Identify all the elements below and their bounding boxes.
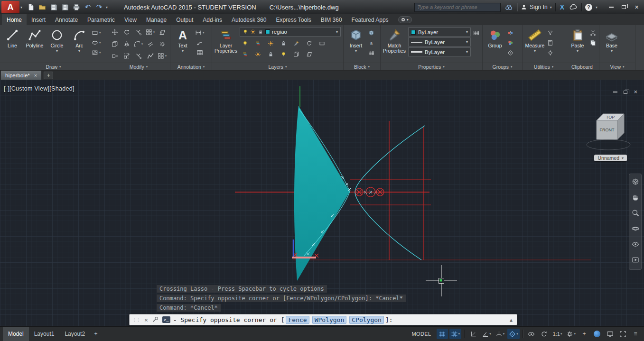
annotation-visibility-toggle[interactable] bbox=[526, 329, 537, 339]
edit-block-button[interactable] bbox=[367, 28, 375, 37]
group-button[interactable]: Group bbox=[484, 27, 506, 63]
help-button[interactable]: ? bbox=[585, 4, 592, 11]
grid-toggle[interactable] bbox=[437, 329, 448, 339]
panel-label-properties[interactable]: Properties▾ bbox=[381, 63, 482, 70]
panel-label-view[interactable]: View▾ bbox=[599, 63, 635, 70]
help-caret-icon[interactable]: ▾ bbox=[596, 5, 597, 9]
minimize-button[interactable] bbox=[605, 2, 617, 12]
join-tool-button[interactable] bbox=[146, 52, 155, 60]
panel-label-draw[interactable]: Draw▾ bbox=[0, 63, 107, 70]
hatch-tool-button[interactable]: ▾ bbox=[91, 48, 102, 57]
layer-on-button[interactable] bbox=[280, 50, 288, 59]
block-editor-button[interactable] bbox=[367, 48, 375, 57]
tab-annotate[interactable]: Annotate bbox=[50, 14, 83, 25]
doc-restore-button[interactable] bbox=[624, 91, 627, 94]
mirror-tool-button[interactable] bbox=[122, 40, 131, 48]
doc-close-button[interactable]: × bbox=[634, 90, 637, 94]
layer-freeze-button[interactable] bbox=[267, 39, 275, 48]
tab-autodesk360[interactable]: Autodesk 360 bbox=[227, 14, 271, 25]
file-tab-hiperbole[interactable]: hiperbole* × bbox=[1, 71, 41, 80]
object-color-combo[interactable]: ByLayer ▾ bbox=[408, 28, 471, 37]
recent-commands-button[interactable]: ▲ bbox=[508, 317, 514, 323]
layer-color-swatch[interactable] bbox=[265, 29, 270, 34]
arc-tool-button[interactable]: Arc ▾ bbox=[68, 27, 90, 63]
group-selection-toggle[interactable] bbox=[506, 48, 514, 57]
trim-tool-button[interactable] bbox=[134, 28, 143, 37]
look-button[interactable] bbox=[632, 240, 639, 250]
pan-button[interactable] bbox=[632, 194, 639, 203]
ortho-toggle[interactable] bbox=[467, 329, 479, 339]
tab-express-tools[interactable]: Express Tools bbox=[271, 14, 316, 25]
cut-button[interactable] bbox=[589, 28, 597, 37]
polar-tracking-toggle[interactable]: ▾ bbox=[480, 329, 493, 339]
fillet-tool-button[interactable]: ▾ bbox=[133, 40, 144, 48]
quick-select-button[interactable] bbox=[546, 28, 554, 37]
measure-button[interactable]: Measure ▾ bbox=[524, 27, 546, 63]
layout2-tab[interactable]: Layout2 bbox=[59, 327, 90, 341]
new-layout-button[interactable]: + bbox=[90, 327, 102, 341]
tab-parametric[interactable]: Parametric bbox=[83, 14, 120, 25]
offset-tool-button[interactable] bbox=[146, 40, 155, 48]
layer-lock-button[interactable] bbox=[280, 39, 288, 48]
dimension-tool-button[interactable]: ▾ bbox=[194, 28, 205, 37]
viewcube[interactable]: TOP FRONT bbox=[582, 97, 635, 153]
tab-insert[interactable]: Insert bbox=[27, 14, 50, 25]
command-line-dock[interactable]: ⋮⋮ × >_ - Specify opposite corner or [ F… bbox=[129, 314, 517, 325]
clean-screen-button[interactable] bbox=[617, 329, 628, 339]
doc-minimize-button[interactable] bbox=[613, 92, 617, 92]
tab-home[interactable]: Home bbox=[2, 14, 27, 25]
viewcube-compass-ring[interactable] bbox=[587, 139, 630, 150]
layer-lock-icon[interactable] bbox=[258, 29, 263, 35]
command-drag-handle[interactable]: ⋮⋮ bbox=[132, 317, 140, 323]
option-cpolygon-button[interactable]: CPolygon bbox=[349, 316, 384, 324]
panel-label-clipboard[interactable]: Clipboard bbox=[565, 63, 599, 70]
search-icon[interactable] bbox=[504, 2, 513, 12]
command-customize-icon[interactable] bbox=[150, 316, 160, 323]
linetype-combo[interactable]: ByLayer ▾ bbox=[408, 37, 471, 46]
lineweight-combo[interactable]: ByLayer ▾ bbox=[408, 47, 471, 56]
command-prompt-icon[interactable]: >_ bbox=[162, 316, 170, 323]
array-tool-button[interactable]: ▾ bbox=[145, 28, 156, 37]
more-modify-button[interactable]: ▾ bbox=[157, 52, 168, 60]
insert-block-button[interactable]: Insert ▾ bbox=[345, 27, 367, 63]
search-input[interactable] bbox=[417, 4, 498, 10]
annotation-autoscale-toggle[interactable] bbox=[539, 329, 550, 339]
annotation-monitor-button[interactable]: + bbox=[579, 329, 590, 339]
erase-tool-button[interactable] bbox=[158, 28, 167, 37]
customization-menu-button[interactable]: ≡ bbox=[630, 329, 641, 339]
sign-in-button[interactable]: Sign In ▾ bbox=[521, 4, 551, 10]
match-properties-button[interactable]: Match Properties bbox=[382, 27, 407, 63]
properties-list-button[interactable] bbox=[472, 28, 480, 37]
panel-label-annotation[interactable]: Annotation▾ bbox=[170, 63, 212, 70]
base-view-button[interactable]: Base ▾ bbox=[601, 27, 623, 63]
paste-button[interactable]: Paste ▾ bbox=[567, 27, 588, 63]
panel-label-groups[interactable]: Groups▾ bbox=[483, 63, 522, 70]
qat-customize-caret-icon[interactable]: ▾ bbox=[106, 5, 108, 9]
command-close-icon[interactable]: × bbox=[142, 316, 150, 323]
rectangle-tool-button[interactable]: ▾ bbox=[91, 28, 102, 37]
save-button[interactable] bbox=[49, 2, 58, 12]
save-as-button[interactable] bbox=[60, 2, 70, 12]
annotation-scale-button[interactable]: 1:1▾ bbox=[551, 329, 564, 339]
panel-label-block[interactable]: Block▾ bbox=[344, 63, 380, 70]
scale-tool-button[interactable] bbox=[122, 52, 131, 60]
copy-clip-button[interactable] bbox=[589, 38, 597, 47]
layer-unlock-button[interactable] bbox=[267, 50, 275, 59]
option-fence-button[interactable]: Fence bbox=[286, 316, 309, 324]
autodesk360-cloud-icon[interactable] bbox=[569, 2, 578, 12]
redo-button[interactable]: ↷ bbox=[94, 2, 104, 12]
new-button[interactable] bbox=[26, 2, 36, 12]
restore-button[interactable] bbox=[617, 2, 630, 12]
ungroup-button[interactable] bbox=[506, 28, 514, 37]
layer-freeze-icon[interactable] bbox=[250, 29, 256, 35]
model-space-toggle[interactable]: MODEL bbox=[408, 329, 435, 339]
close-button[interactable]: × bbox=[630, 2, 643, 12]
layer-merge-button[interactable] bbox=[292, 50, 300, 59]
workspace-switching-button[interactable]: ▾ bbox=[565, 329, 577, 339]
layout1-tab[interactable]: Layout1 bbox=[29, 327, 60, 341]
graphics-performance-button[interactable] bbox=[591, 329, 603, 339]
ellipse-tool-button[interactable]: ▾ bbox=[91, 38, 102, 47]
break-tool-button[interactable] bbox=[134, 52, 143, 60]
layer-thaw-button[interactable] bbox=[254, 50, 262, 59]
circle-tool-button[interactable]: Circle ▾ bbox=[46, 27, 68, 63]
